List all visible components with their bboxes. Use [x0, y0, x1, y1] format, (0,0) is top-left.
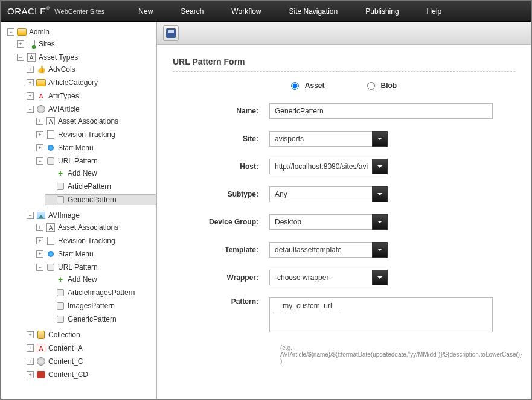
content-toolbar: [157, 22, 531, 45]
tree-label: URL Pattern: [58, 263, 98, 271]
field-site: Site: avisports: [173, 131, 515, 147]
menu-publishing[interactable]: Publishing: [353, 7, 411, 16]
site-select[interactable]: avisports: [269, 131, 372, 147]
expand-icon[interactable]: +: [27, 79, 34, 86]
radio-blob[interactable]: Blob: [367, 81, 397, 90]
expand-icon[interactable]: +: [36, 237, 43, 244]
dropdown-button[interactable]: [372, 214, 388, 230]
tree-node-content-c[interactable]: + Content_C: [25, 356, 156, 367]
tree-node-content-a[interactable]: + A Content_A: [25, 343, 156, 354]
tree-node-aviarticle[interactable]: − AVIArticle: [25, 104, 156, 115]
tree-node-advcols[interactable]: + 👍 AdvCols: [25, 64, 156, 75]
save-button[interactable]: [163, 25, 179, 41]
dropdown-button[interactable]: [372, 159, 388, 174]
wrapper-select[interactable]: -choose wrapper-: [269, 270, 372, 285]
field-wrapper: Wrapper: -choose wrapper-: [173, 270, 515, 285]
device-group-select[interactable]: Desktop: [269, 214, 372, 230]
expand-icon[interactable]: +: [36, 131, 43, 138]
tree-node-url-pattern-2[interactable]: − URL Pattern: [35, 262, 156, 273]
type-radio-group: Asset Blob: [173, 81, 515, 90]
expand-icon[interactable]: +: [36, 250, 43, 258]
tree-node-add-new[interactable]: + Add New: [45, 168, 156, 179]
template-select[interactable]: defaultassettemplate: [269, 242, 372, 258]
menu-help[interactable]: Help: [415, 7, 454, 16]
tree-node-revision-tracking[interactable]: + Revision Tracking: [35, 129, 156, 140]
expand-icon[interactable]: +: [36, 144, 43, 151]
spacer: [46, 316, 53, 323]
tree-node-genericpattern[interactable]: GenericPattern: [45, 194, 156, 205]
chevron-down-icon: [377, 163, 383, 170]
menu-site-navigation[interactable]: Site Navigation: [277, 7, 350, 16]
collapse-icon[interactable]: −: [27, 106, 34, 113]
spacer: [46, 276, 53, 283]
field-device-group: Device Group: Desktop: [173, 214, 515, 230]
tree-node-imagespattern[interactable]: ImagesPattern: [45, 300, 156, 311]
tree-label: Content_A: [48, 344, 83, 352]
assoc-icon: A: [46, 223, 56, 232]
tree-node-articlecategory[interactable]: + ArticleCategory: [25, 77, 156, 88]
field-subtype: Subtype: Any: [173, 186, 515, 202]
subtype-select[interactable]: Any: [269, 186, 372, 202]
name-input[interactable]: [269, 103, 493, 119]
expand-icon[interactable]: +: [27, 344, 34, 352]
tree-node-articlepattern[interactable]: ArticlePattern: [45, 181, 156, 192]
field-name: Name:: [173, 103, 515, 119]
expand-icon[interactable]: +: [27, 92, 34, 100]
tree-node-add-new-2[interactable]: + Add New: [45, 274, 156, 285]
tree-node-asset-types[interactable]: − A Asset Types: [16, 52, 156, 63]
menu-workflow[interactable]: Workflow: [219, 7, 273, 16]
tree-label: Revision Tracking: [58, 237, 115, 245]
expand-icon[interactable]: +: [27, 66, 34, 73]
expand-icon[interactable]: +: [17, 40, 24, 48]
host-select[interactable]: http://localhost:8080/sites/avi: [269, 159, 372, 174]
collapse-icon[interactable]: −: [7, 28, 14, 36]
tree-node-aviimage[interactable]: − AVIImage: [25, 210, 156, 221]
collapse-icon[interactable]: −: [36, 264, 43, 271]
tree-node-admin[interactable]: − Admin: [6, 27, 156, 37]
collapse-icon[interactable]: −: [36, 157, 43, 165]
chevron-down-icon: [377, 219, 383, 225]
menu-search[interactable]: Search: [168, 7, 216, 16]
collapse-icon[interactable]: −: [17, 54, 24, 61]
tree-node-revision-tracking-2[interactable]: + Revision Tracking: [35, 235, 156, 246]
tree-node-collection[interactable]: + Collection: [25, 329, 156, 340]
spacer: [46, 196, 53, 203]
tree-node-start-menu-2[interactable]: + Start Menu: [35, 249, 156, 259]
tree-node-asset-associations-2[interactable]: + A Asset Associations: [35, 222, 156, 233]
expand-icon[interactable]: +: [27, 331, 34, 338]
tree-node-asset-associations[interactable]: + A Asset Associations: [35, 116, 156, 127]
dropdown-button[interactable]: [372, 186, 388, 202]
tree-label: Collection: [48, 331, 80, 339]
dropdown-button[interactable]: [372, 131, 388, 147]
expand-icon[interactable]: +: [36, 224, 43, 231]
pattern-hint: (e.g. AVIArticle/${name}/${f:formatDate(…: [280, 344, 515, 364]
pattern-textarea[interactable]: [269, 297, 493, 332]
expand-icon[interactable]: +: [27, 371, 34, 378]
pattern-icon: [56, 314, 65, 324]
expand-icon[interactable]: +: [36, 118, 43, 125]
tree-label: Start Menu: [58, 144, 94, 152]
tree-node-url-pattern[interactable]: − URL Pattern: [35, 156, 156, 167]
tree-node-sites[interactable]: + Sites: [16, 39, 156, 49]
field-template: Template: defaultassettemplate: [173, 242, 515, 258]
tree-node-genericpattern-2[interactable]: GenericPattern: [45, 314, 156, 325]
expand-icon[interactable]: +: [27, 358, 34, 365]
save-icon: [166, 28, 176, 38]
tree-node-content-cd[interactable]: + Content_CD: [25, 369, 156, 380]
tree-label: ArticlePattern: [68, 182, 111, 191]
radio-asset[interactable]: Asset: [291, 81, 325, 90]
advcols-icon: 👍: [36, 65, 46, 74]
dropdown-button[interactable]: [372, 270, 388, 285]
dropdown-button[interactable]: [372, 242, 388, 258]
tree-node-attrtypes[interactable]: + A AttrTypes: [25, 90, 156, 101]
tree-label: AVIArticle: [48, 105, 80, 113]
sites-icon: [27, 39, 36, 49]
radio-asset-input[interactable]: [291, 82, 299, 90]
url-pattern-icon: [46, 262, 56, 272]
menu-new[interactable]: New: [126, 7, 165, 16]
tree-node-articleimagespattern[interactable]: ArticleImagesPattern: [45, 287, 156, 298]
radio-blob-input[interactable]: [367, 82, 375, 90]
collapse-icon[interactable]: −: [27, 212, 34, 219]
tree-node-start-menu[interactable]: + Start Menu: [35, 142, 156, 153]
radio-label: Asset: [305, 81, 325, 90]
